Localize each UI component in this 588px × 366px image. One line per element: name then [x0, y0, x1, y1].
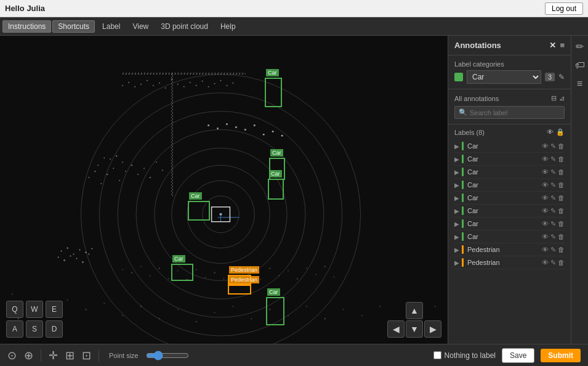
- eye-action-icon[interactable]: 👁: [542, 168, 549, 176]
- edit-action-icon[interactable]: ✎: [550, 233, 556, 241]
- delete-action-icon[interactable]: 🗑: [558, 181, 565, 189]
- shortcuts-button[interactable]: Shortcuts: [52, 20, 95, 33]
- delete-action-icon[interactable]: 🗑: [558, 259, 565, 266]
- delete-action-icon[interactable]: 🗑: [558, 220, 565, 227]
- lasso-tool-icon[interactable]: ⊕: [24, 349, 33, 362]
- logout-button[interactable]: Log out: [545, 2, 583, 15]
- point-size-slider[interactable]: [146, 351, 189, 360]
- svg-point-64: [208, 86, 209, 87]
- expand-icon[interactable]: ▶: [454, 169, 459, 176]
- svg-point-83: [143, 168, 145, 169]
- save-button[interactable]: Save: [502, 348, 534, 363]
- svg-point-112: [217, 128, 219, 129]
- eye-action-icon[interactable]: 👁: [542, 220, 549, 227]
- labels-eye-icon[interactable]: 👁: [547, 128, 554, 136]
- eye-action-icon[interactable]: 👁: [542, 246, 549, 253]
- delete-action-icon[interactable]: 🗑: [558, 168, 565, 176]
- category-dropdown[interactable]: Car Pedestrian: [467, 70, 541, 84]
- expand-icon[interactable]: ▶: [454, 234, 459, 240]
- bbox-tool-icon[interactable]: ⊞: [65, 349, 75, 362]
- eye-action-icon[interactable]: 👁: [542, 233, 549, 240]
- svg-point-109: [324, 266, 326, 267]
- edit-action-icon[interactable]: ✎: [550, 220, 556, 228]
- point-cloud-menu[interactable]: 3D point cloud: [155, 20, 214, 33]
- annotation-label-car-6: Car: [267, 288, 280, 296]
- key-s[interactable]: S: [26, 320, 43, 338]
- label-color-indicator: [462, 142, 464, 150]
- delete-action-icon[interactable]: 🗑: [558, 142, 565, 150]
- select-tool-icon[interactable]: ⊙: [7, 349, 17, 362]
- edit-action-icon[interactable]: ✎: [550, 142, 556, 150]
- move-tool-icon[interactable]: ✛: [49, 349, 58, 362]
- edit-action-icon[interactable]: ✎: [550, 194, 556, 202]
- svg-point-51: [128, 82, 129, 83]
- expand-icon[interactable]: ▶: [454, 259, 459, 266]
- annotation-box-car-1: Car: [265, 78, 282, 107]
- key-w[interactable]: W: [26, 301, 43, 318]
- edit-action-icon[interactable]: ✎: [550, 246, 556, 254]
- edit-action-icon[interactable]: ✎: [550, 181, 556, 189]
- svg-point-69: [110, 158, 111, 160]
- delete-action-icon[interactable]: 🗑: [558, 246, 565, 253]
- svg-point-74: [94, 171, 95, 172]
- expand-icon[interactable]: ▶: [454, 143, 459, 150]
- submit-button[interactable]: Submit: [541, 349, 581, 362]
- svg-point-87: [122, 269, 123, 270]
- edit-action-icon[interactable]: ✎: [550, 155, 556, 163]
- key-a[interactable]: A: [6, 320, 23, 338]
- expand-icon[interactable]: ▶: [454, 208, 459, 214]
- eye-action-icon[interactable]: 👁: [542, 181, 549, 189]
- delete-action-icon[interactable]: 🗑: [558, 194, 565, 201]
- key-e[interactable]: E: [46, 301, 63, 318]
- instructions-button[interactable]: Instructions: [2, 20, 51, 33]
- svg-point-66: [220, 80, 222, 81]
- expand-icon[interactable]: ▶: [454, 182, 459, 189]
- expand-icon[interactable]: ▶: [454, 221, 459, 227]
- eye-action-icon[interactable]: 👁: [542, 207, 549, 214]
- eye-action-icon[interactable]: 👁: [542, 194, 549, 201]
- key-d[interactable]: D: [46, 320, 63, 338]
- nav-down-button[interactable]: ▼: [406, 320, 423, 338]
- nav-left-button[interactable]: ◀: [387, 320, 405, 338]
- svg-point-59: [177, 84, 179, 85]
- edit-action-icon[interactable]: ✎: [550, 259, 556, 267]
- view-menu[interactable]: View: [126, 20, 155, 33]
- menu-icon[interactable]: ≡: [560, 41, 565, 50]
- delete-action-icon[interactable]: 🗑: [558, 233, 565, 240]
- svg-point-53: [140, 84, 142, 85]
- search-input[interactable]: [470, 109, 560, 116]
- svg-point-42: [58, 257, 59, 258]
- close-icon[interactable]: ✕: [549, 41, 556, 50]
- help-menu[interactable]: Help: [214, 20, 242, 33]
- sidebar-pencil-icon[interactable]: ✏: [576, 41, 584, 52]
- all-annotations-title: All annotations: [454, 95, 499, 102]
- delete-action-icon[interactable]: 🗑: [558, 155, 565, 163]
- eye-action-icon[interactable]: 👁: [542, 142, 549, 150]
- label-item: ▶ Pedestrian 👁 ✎ 🗑: [454, 243, 565, 256]
- labels-lock-icon[interactable]: 🔒: [556, 128, 565, 136]
- label-name: Pedestrian: [467, 246, 542, 253]
- eye-action-icon[interactable]: 👁: [542, 259, 549, 266]
- delete-action-icon[interactable]: 🗑: [558, 207, 565, 214]
- nav-right-button[interactable]: ▶: [424, 320, 441, 338]
- label-menu[interactable]: Label: [96, 20, 126, 33]
- key-q[interactable]: Q: [6, 301, 23, 318]
- sidebar-tag-icon[interactable]: 🏷: [575, 60, 585, 71]
- expand-icon[interactable]: ▶: [454, 195, 459, 201]
- edit-icon[interactable]: ✎: [558, 73, 565, 81]
- edit-action-icon[interactable]: ✎: [550, 168, 556, 176]
- svg-point-95: [196, 269, 197, 270]
- label-item: ▶ Car 👁 ✎ 🗑: [454, 230, 565, 243]
- zoom-tool-icon[interactable]: ⊡: [82, 349, 91, 362]
- nav-up-button[interactable]: ▲: [406, 302, 423, 319]
- sidebar-lines-icon[interactable]: ≡: [577, 78, 582, 89]
- filter-icon[interactable]: ⊟: [551, 94, 557, 102]
- expand-icon[interactable]: ▶: [454, 156, 459, 163]
- svg-point-44: [70, 256, 71, 257]
- sort-icon[interactable]: ⊿: [559, 94, 565, 102]
- nothing-to-label-checkbox[interactable]: [433, 351, 441, 359]
- edit-action-icon[interactable]: ✎: [550, 207, 556, 215]
- search-box[interactable]: 🔍: [454, 106, 565, 119]
- eye-action-icon[interactable]: 👁: [542, 155, 549, 163]
- expand-icon[interactable]: ▶: [454, 246, 459, 253]
